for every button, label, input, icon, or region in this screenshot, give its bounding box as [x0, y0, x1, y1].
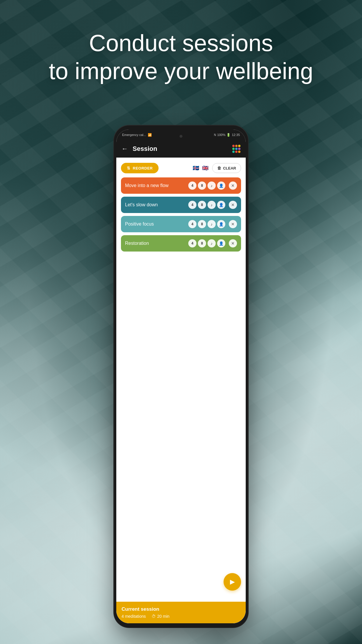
- music-icon-1: ♪: [208, 181, 216, 190]
- flag-uk[interactable]: 🇬🇧: [201, 165, 209, 171]
- headline-line2: to improve your wellbeing: [23, 57, 339, 85]
- badge-num-4-2: 4: [188, 201, 196, 209]
- headline: Conduct sessions to improve your wellbei…: [0, 29, 362, 85]
- app-icon[interactable]: [232, 145, 240, 153]
- current-session-label: Current session: [122, 606, 240, 612]
- close-button-3[interactable]: ✕: [229, 220, 237, 228]
- white-area: ⇅ REORDER 🇮🇸 🇬🇧 🗑 CLEAR: [116, 158, 246, 602]
- close-button-4[interactable]: ✕: [229, 239, 237, 247]
- dot-1: [232, 145, 235, 147]
- badge-num-8-4: 8: [198, 239, 206, 247]
- clock-icon: ⏱: [152, 614, 156, 619]
- session-item-4[interactable]: Restoration 4 8 ♪ 👤 ✕: [121, 235, 241, 252]
- badge-num-8-3: 8: [198, 220, 206, 228]
- time-display: 12:35: [232, 133, 240, 137]
- music-icon-3: ♪: [208, 220, 216, 228]
- person-icon-4: 👤: [217, 239, 225, 247]
- item-label-2: Let's slow down: [125, 202, 186, 207]
- item-badges-2: 4 8 ♪ 👤: [188, 201, 225, 209]
- play-area: ▶: [121, 254, 241, 596]
- badge-num-8-1: 8: [198, 181, 206, 190]
- nfc-icon: N: [214, 133, 216, 137]
- close-button-2[interactable]: ✕: [229, 201, 237, 209]
- badge-num-4-1: 4: [188, 181, 196, 190]
- status-right: N 100% 🔋 12:35: [214, 133, 240, 137]
- meditation-count: 4 meditations: [122, 614, 146, 619]
- dot-4: [232, 148, 235, 150]
- lang-clear-group: 🇮🇸 🇬🇧 🗑 CLEAR: [192, 163, 241, 173]
- music-icon-4: ♪: [208, 239, 216, 247]
- toolbar-row: ⇅ REORDER 🇮🇸 🇬🇧 🗑 CLEAR: [121, 163, 241, 173]
- reorder-icon: ⇅: [127, 166, 131, 170]
- battery-text: 100%: [217, 133, 225, 137]
- app-header: ← Session: [116, 140, 246, 158]
- back-button[interactable]: ←: [122, 145, 128, 153]
- item-label-3: Positive focus: [125, 221, 186, 227]
- wifi-icon: 📶: [148, 133, 152, 137]
- dot-3: [238, 145, 240, 147]
- duration-value: 20 min: [157, 614, 169, 619]
- item-label-1: Move into a new flow: [125, 183, 186, 188]
- bottom-bar-info: 4 meditations ⏱ 20 min: [122, 614, 240, 619]
- phone-frame: Emergency cal... 📶 N 100% 🔋 12:35 ← Sess…: [114, 125, 248, 627]
- item-badges-4: 4 8 ♪ 👤: [188, 239, 225, 247]
- battery-icon: 🔋: [226, 133, 231, 137]
- phone-screen: Emergency cal... 📶 N 100% 🔋 12:35 ← Sess…: [116, 130, 246, 623]
- trash-icon: 🗑: [217, 166, 221, 170]
- clear-button[interactable]: 🗑 CLEAR: [212, 163, 241, 173]
- reorder-label: REORDER: [133, 166, 153, 170]
- dot-2: [235, 145, 238, 147]
- person-icon-3: 👤: [217, 220, 225, 228]
- app-content: ⇅ REORDER 🇮🇸 🇬🇧 🗑 CLEAR: [116, 158, 246, 623]
- session-item-1[interactable]: Move into a new flow 4 8 ♪ 👤 ✕: [121, 177, 241, 194]
- status-bar: Emergency cal... 📶 N 100% 🔋 12:35: [116, 130, 246, 140]
- reorder-button[interactable]: ⇅ REORDER: [121, 163, 159, 173]
- music-icon-2: ♪: [208, 201, 216, 209]
- badge-num-4-3: 4: [188, 220, 196, 228]
- dot-7: [232, 151, 235, 153]
- emergency-text: Emergency cal...: [122, 133, 146, 137]
- item-badges-3: 4 8 ♪ 👤: [188, 220, 225, 228]
- item-badges-1: 4 8 ♪ 👤: [188, 181, 225, 190]
- flag-iceland[interactable]: 🇮🇸: [192, 165, 200, 171]
- status-left: Emergency cal... 📶: [122, 133, 152, 137]
- person-icon-1: 👤: [217, 181, 225, 190]
- person-icon-2: 👤: [217, 201, 225, 209]
- session-item-2[interactable]: Let's slow down 4 8 ♪ 👤 ✕: [121, 197, 241, 213]
- bottom-bar: Current session 4 meditations ⏱ 20 min: [116, 602, 246, 623]
- dot-6: [238, 148, 240, 150]
- dot-5: [235, 148, 238, 150]
- session-item-3[interactable]: Positive focus 4 8 ♪ 👤 ✕: [121, 216, 241, 232]
- session-duration: ⏱ 20 min: [152, 614, 169, 619]
- item-label-4: Restoration: [125, 241, 186, 246]
- headline-line1: Conduct sessions: [23, 29, 339, 57]
- play-button[interactable]: ▶: [224, 573, 241, 591]
- page-title: Session: [133, 145, 228, 153]
- dot-9: [238, 151, 240, 153]
- clear-label: CLEAR: [223, 166, 236, 170]
- close-button-1[interactable]: ✕: [229, 181, 237, 190]
- badge-num-8-2: 8: [198, 201, 206, 209]
- flag-group: 🇮🇸 🇬🇧: [192, 165, 209, 171]
- dot-8: [235, 151, 238, 153]
- camera-dot: [180, 135, 182, 138]
- badge-num-4-4: 4: [188, 239, 196, 247]
